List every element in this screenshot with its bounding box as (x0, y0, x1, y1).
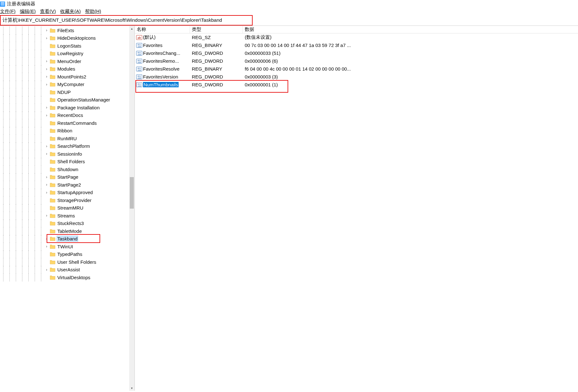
tree-item-label: HideDesktopIcons (57, 35, 96, 41)
chevron-right-icon[interactable]: › (44, 82, 49, 87)
scroll-up-icon[interactable]: ▴ (129, 26, 134, 31)
tree-item-label: MenuOrder (57, 59, 82, 64)
address-bar[interactable]: 计算机\HKEY_CURRENT_USER\SOFTWARE\Microsoft… (0, 15, 253, 26)
tree-item[interactable]: ›SessionInfo (0, 150, 134, 158)
column-name[interactable]: 名称 (135, 26, 190, 33)
chevron-right-icon[interactable]: › (44, 268, 49, 272)
tree-item[interactable]: ·OperationStatusManager (0, 96, 134, 104)
folder-icon (50, 190, 55, 195)
tree-item[interactable]: ›MyComputer (0, 81, 134, 89)
folder-icon (50, 205, 55, 210)
menu-favorites[interactable]: 收藏夹(A) (60, 9, 81, 14)
registry-tree[interactable]: ›FileExts›HideDesktopIcons·LogonStats·Lo… (0, 26, 134, 281)
tree-item[interactable]: ›HideDesktopIcons (0, 34, 134, 42)
tree-item[interactable]: ›RecentDocs (0, 112, 134, 119)
chevron-right-icon[interactable]: › (44, 175, 49, 179)
value-name: Favorites (143, 43, 163, 48)
tree-item[interactable]: ·User Shell Folders (0, 258, 134, 266)
value-data: 0x00000033 (51) (243, 50, 578, 56)
chevron-right-icon[interactable]: › (44, 36, 49, 40)
tree-scrollbar[interactable]: ▴ ▾ (129, 26, 134, 391)
tree-item[interactable]: ·StorageProvider (0, 196, 134, 204)
tree-item[interactable]: ·Shell Folders (0, 158, 134, 166)
chevron-right-icon[interactable]: › (44, 244, 49, 249)
tree-item[interactable]: ›StartPage (0, 173, 134, 181)
tree-item[interactable]: ›Package Installation (0, 104, 134, 112)
column-type[interactable]: 类型 (190, 26, 243, 33)
tree-branch-icon: · (44, 275, 49, 280)
tree-item[interactable]: ›TWinUI (0, 243, 134, 251)
tree-branch-icon: · (44, 260, 49, 264)
tree-item-label: Taskband (57, 236, 78, 242)
window-title: 注册表编辑器 (7, 1, 35, 7)
chevron-right-icon[interactable]: › (44, 152, 49, 156)
tree-item[interactable]: ·LowRegistry (0, 50, 134, 58)
chevron-right-icon[interactable]: › (44, 67, 49, 71)
main-split: ›FileExts›HideDesktopIcons·LogonStats·Lo… (0, 26, 578, 391)
column-data[interactable]: 数据 (243, 26, 578, 33)
binary-value-icon: 011110 (136, 50, 142, 56)
chevron-right-icon[interactable]: › (44, 237, 49, 241)
tree-item-label: VirtualDesktops (57, 275, 91, 280)
tree-item[interactable]: ›Taskband (0, 235, 134, 243)
menu-file[interactable]: 文件(F) (0, 9, 15, 14)
chevron-right-icon[interactable]: › (44, 28, 49, 32)
value-row[interactable]: 011110FavoritesREG_BINARY00 7c 03 00 00 … (135, 41, 578, 49)
value-row[interactable]: 011110FavoritesVersionREG_DWORD0x0000000… (135, 73, 578, 81)
value-row[interactable]: 011110FavoritesChang...REG_DWORD0x000000… (135, 49, 578, 57)
tree-item[interactable]: ·NDUP (0, 88, 134, 96)
chevron-right-icon[interactable]: › (44, 74, 49, 79)
tree-item[interactable]: ·Ribbon (0, 127, 134, 135)
tree-item[interactable]: ·VirtualDesktops (0, 274, 134, 281)
folder-icon (50, 36, 55, 40)
tree-item[interactable]: ›MountPoints2 (0, 73, 134, 81)
tree-item-label: SearchPlatform (57, 143, 90, 149)
value-row[interactable]: 011110FavoritesRemo...REG_DWORD0x0000000… (135, 57, 578, 65)
tree-item[interactable]: ·RestartCommands (0, 119, 134, 127)
menu-view[interactable]: 查看(V) (40, 9, 56, 14)
folder-icon (50, 97, 55, 102)
menubar: 文件(F) 编辑(E) 查看(V) 收藏夹(A) 帮助(H) (0, 8, 578, 15)
value-data: (数值未设置) (243, 34, 578, 40)
values-list[interactable]: ab(默认)REG_SZ(数值未设置)011110FavoritesREG_BI… (135, 33, 578, 89)
value-type: REG_BINARY (190, 43, 243, 48)
tree-item-label: FileExts (57, 28, 75, 33)
tree-item[interactable]: ·TabletMode (0, 227, 134, 235)
tree-item[interactable]: ·Shutdown (0, 165, 134, 173)
value-row[interactable]: 011110FavoritesResolveREG_BINARYf6 04 00… (135, 65, 578, 73)
chevron-right-icon[interactable]: › (44, 213, 49, 218)
value-data: 0x00000003 (3) (243, 74, 578, 79)
chevron-right-icon[interactable]: › (44, 144, 49, 148)
menu-edit[interactable]: 编辑(E) (20, 9, 36, 14)
folder-icon (50, 136, 55, 141)
tree-item[interactable]: ›StartupApproved (0, 189, 134, 197)
tree-item[interactable]: ·StreamMRU (0, 204, 134, 212)
tree-item[interactable]: ›UserAssist (0, 266, 134, 274)
chevron-right-icon[interactable]: › (44, 59, 49, 63)
binary-value-icon: 011110 (136, 82, 142, 88)
tree-item[interactable]: ·TypedPaths (0, 251, 134, 258)
tree-item[interactable]: ›MenuOrder (0, 57, 134, 65)
scroll-down-icon[interactable]: ▾ (129, 385, 134, 391)
tree-item[interactable]: ›Modules (0, 65, 134, 73)
scroll-thumb[interactable] (130, 177, 134, 209)
value-row[interactable]: 011110NumThumbnailsREG_DWORD0x00000001 (… (135, 81, 578, 89)
tree-item-label: OperationStatusManager (57, 97, 111, 102)
binary-value-icon: 011110 (136, 58, 142, 64)
tree-item[interactable]: ·RunMRU (0, 135, 134, 142)
tree-item[interactable]: ›SearchPlatform (0, 142, 134, 150)
tree-item[interactable]: ›Streams (0, 212, 134, 220)
chevron-right-icon[interactable]: › (44, 105, 49, 110)
tree-item-label: MountPoints2 (57, 74, 87, 79)
tree-item[interactable]: ›StartPage2 (0, 181, 134, 189)
chevron-right-icon[interactable]: › (44, 190, 49, 195)
value-data: 00 7c 03 00 00 14 00 1f 44 47 1a 03 59 7… (243, 43, 578, 48)
chevron-right-icon[interactable]: › (44, 182, 49, 187)
chevron-right-icon[interactable]: › (44, 113, 49, 118)
tree-item-label: StuckRects3 (57, 221, 84, 226)
value-row[interactable]: ab(默认)REG_SZ(数值未设置) (135, 33, 578, 41)
menu-help[interactable]: 帮助(H) (85, 9, 101, 14)
tree-item[interactable]: ·LogonStats (0, 42, 134, 50)
tree-item[interactable]: ›FileExts (0, 26, 134, 34)
tree-item[interactable]: ·StuckRects3 (0, 220, 134, 228)
